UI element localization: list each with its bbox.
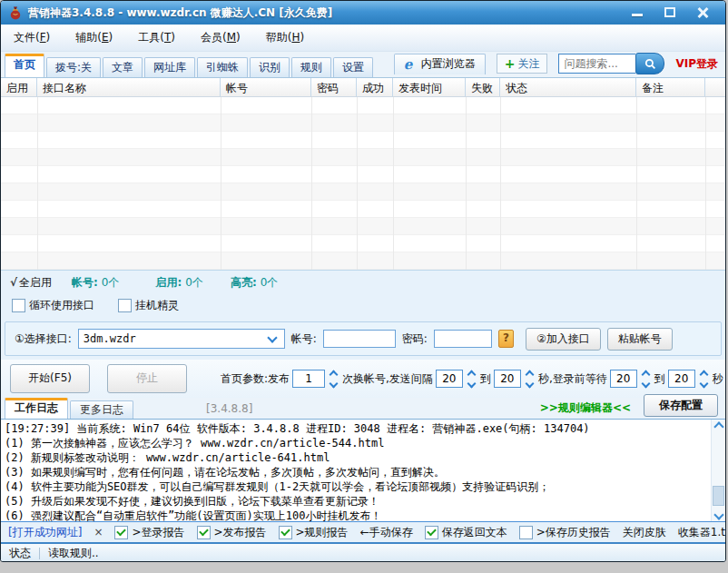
column-header-interface-name[interactable]: 接口名称 bbox=[37, 78, 221, 96]
login-report-checkbox[interactable] bbox=[114, 526, 128, 539]
help-button[interactable]: ? bbox=[498, 330, 514, 348]
tab-dial[interactable]: 拨号:关 bbox=[46, 57, 101, 77]
publish-report-option[interactable]: >发布报告 bbox=[197, 525, 267, 540]
interval-to-stepper[interactable] bbox=[526, 371, 533, 387]
status-text: 读取规则.. bbox=[48, 546, 99, 561]
stop-button[interactable]: 停止 bbox=[107, 364, 187, 393]
column-header-password[interactable]: 密码 bbox=[311, 78, 357, 96]
search-input[interactable] bbox=[558, 54, 635, 74]
rule-report-option[interactable]: >规则报告 bbox=[279, 525, 349, 540]
manual-save-link[interactable]: ←手动保存 bbox=[360, 525, 413, 540]
save-return-checkbox[interactable] bbox=[425, 526, 438, 539]
tab-rules[interactable]: 规则 bbox=[291, 57, 331, 77]
save-history-option[interactable]: >保存历史报告 bbox=[519, 525, 611, 540]
paste-account-button[interactable]: 粘贴帐号 bbox=[607, 328, 673, 351]
interval-to-input[interactable] bbox=[494, 370, 521, 388]
column-header-status[interactable]: 状态 bbox=[500, 78, 636, 96]
table-row[interactable] bbox=[1, 218, 725, 235]
tab-more-log[interactable]: 更多日志 bbox=[70, 400, 133, 419]
rule-report-checkbox[interactable] bbox=[279, 526, 292, 539]
tab-spider[interactable]: 引蜘蛛 bbox=[197, 57, 248, 77]
loop-interface-checkbox[interactable] bbox=[12, 299, 25, 312]
scroll-thumb[interactable] bbox=[713, 486, 724, 506]
table-row[interactable] bbox=[1, 201, 725, 218]
interval-from-input[interactable] bbox=[436, 370, 463, 388]
highlight-count-label: 高亮: bbox=[231, 275, 257, 291]
hang-sprite-checkbox[interactable] bbox=[118, 299, 132, 312]
publish-count-input[interactable] bbox=[292, 370, 325, 388]
interval-from-stepper[interactable] bbox=[468, 371, 475, 387]
wait-to-input[interactable] bbox=[668, 370, 695, 388]
save-history-checkbox[interactable] bbox=[519, 526, 533, 539]
login-report-option[interactable]: >登录报告 bbox=[114, 525, 184, 540]
column-header-account[interactable]: 帐号 bbox=[221, 78, 311, 96]
spin-up-icon bbox=[699, 370, 708, 379]
maximize-button[interactable] bbox=[664, 7, 676, 18]
table-row[interactable] bbox=[1, 166, 725, 183]
table-row[interactable] bbox=[1, 235, 725, 252]
password-label: 密码: bbox=[402, 331, 428, 347]
menu-tools[interactable]: 工具(T) bbox=[138, 30, 175, 45]
clear-x-button[interactable]: × bbox=[93, 526, 103, 538]
menu-file[interactable]: 文件(F) bbox=[14, 30, 50, 45]
table-row[interactable] bbox=[1, 114, 725, 132]
log-scrollbar[interactable] bbox=[711, 420, 725, 521]
log-line: (5) 升级后如果发现不好使，建议切换到旧版，论坛下载菜单查看更新记录！ bbox=[5, 494, 707, 509]
save-return-option[interactable]: 保存返回文本 bbox=[425, 525, 507, 540]
scroll-down-icon[interactable] bbox=[713, 509, 723, 519]
publish-count-stepper[interactable] bbox=[330, 371, 337, 387]
close-skin-link[interactable]: 关闭皮肤 bbox=[623, 525, 666, 540]
collector-file-label[interactable]: 收集器1.txt bbox=[678, 525, 726, 540]
column-divider bbox=[311, 97, 312, 270]
table-row[interactable] bbox=[1, 183, 725, 201]
menu-bar: 文件(F) 辅助(E) 工具(T) 会员(M) 帮助(H) bbox=[1, 25, 725, 52]
account-field[interactable] bbox=[323, 330, 396, 348]
interface-select[interactable]: 3dm.wzdr bbox=[78, 329, 285, 349]
rule-editor-link[interactable]: >>规则编辑器<< bbox=[540, 400, 631, 416]
follow-button[interactable]: + 关注 bbox=[497, 54, 548, 74]
menu-assist[interactable]: 辅助(E) bbox=[75, 30, 113, 45]
table-row[interactable] bbox=[1, 252, 725, 270]
table-row[interactable] bbox=[1, 132, 725, 149]
tab-settings[interactable]: 设置 bbox=[333, 57, 373, 77]
column-header-enable[interactable]: 启用 bbox=[1, 78, 37, 96]
password-field[interactable] bbox=[434, 330, 492, 348]
column-header-success[interactable]: 成功 bbox=[357, 78, 393, 96]
builtin-browser-button[interactable]: 内置浏览器 bbox=[394, 54, 486, 74]
open-success-urls-link[interactable]: [打开成功网址] bbox=[8, 525, 82, 540]
wait-to-stepper[interactable] bbox=[701, 371, 707, 387]
tab-home[interactable]: 首页 bbox=[5, 54, 44, 77]
minimize-button[interactable] bbox=[631, 7, 644, 18]
scroll-up-icon[interactable] bbox=[713, 421, 723, 431]
column-header-failed[interactable]: 失败 bbox=[466, 78, 500, 96]
close-button[interactable] bbox=[696, 7, 709, 18]
table-body bbox=[1, 97, 725, 270]
search-icon bbox=[644, 58, 656, 70]
menu-help[interactable]: 帮助(H) bbox=[266, 30, 304, 45]
column-divider bbox=[636, 97, 637, 270]
spin-down-icon bbox=[467, 379, 476, 388]
vip-login-link[interactable]: VIP登录 bbox=[675, 56, 718, 72]
all-enable-toggle[interactable]: 全启用 bbox=[19, 275, 52, 291]
wait-from-stepper[interactable] bbox=[643, 371, 649, 387]
table-row[interactable] bbox=[1, 149, 725, 166]
column-header-remark[interactable]: 备注 bbox=[636, 78, 705, 96]
save-config-button[interactable]: 保存配置 bbox=[644, 394, 718, 417]
search-button[interactable] bbox=[635, 53, 664, 74]
tab-article[interactable]: 文章 bbox=[103, 57, 143, 77]
start-button[interactable]: 开始(F5) bbox=[10, 364, 90, 393]
table-row[interactable] bbox=[1, 97, 725, 114]
menu-member[interactable]: 会员(M) bbox=[201, 30, 241, 45]
wait-from-input[interactable] bbox=[610, 370, 637, 388]
tab-url-library[interactable]: 网址库 bbox=[144, 57, 195, 77]
column-header-post-time[interactable]: 发表时间 bbox=[393, 78, 466, 96]
tab-work-log[interactable]: 工作日志 bbox=[5, 398, 68, 419]
tab-bar: 首页 拨号:关 文章 网址库 引蜘蛛 识别 规则 设置 内置浏览器 + 关注 bbox=[1, 52, 725, 78]
hang-sprite-option[interactable]: 挂机精灵 bbox=[118, 298, 179, 313]
spin-down-icon bbox=[525, 379, 534, 388]
accounts-count-label: 帐号: bbox=[72, 275, 98, 291]
loop-interface-option[interactable]: 循环使用接口 bbox=[12, 298, 94, 313]
tab-recognition[interactable]: 识别 bbox=[250, 57, 290, 77]
add-interface-button[interactable]: ②加入接口 bbox=[526, 328, 601, 351]
publish-report-checkbox[interactable] bbox=[197, 526, 211, 539]
